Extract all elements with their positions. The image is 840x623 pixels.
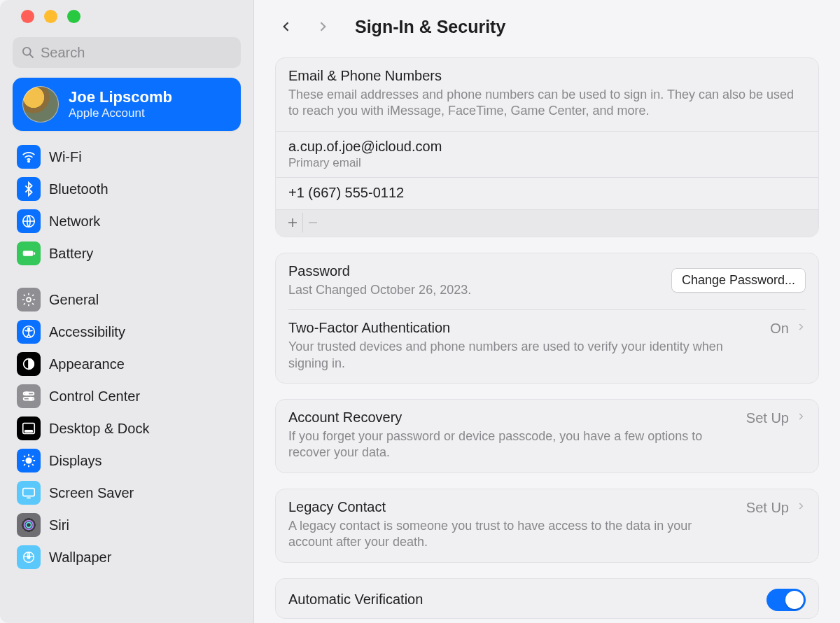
- sidebar-item-network[interactable]: Network: [13, 205, 241, 237]
- chevron-right-icon: [796, 410, 806, 427]
- sidebar-item-label: General: [49, 292, 99, 308]
- password-desc: Last Changed October 26, 2023.: [288, 282, 662, 298]
- sidebar-item-label: Screen Saver: [49, 485, 134, 501]
- add-contact-button[interactable]: [283, 213, 302, 232]
- primary-email-sublabel: Primary email: [288, 156, 806, 170]
- accessibility-icon: [17, 320, 41, 344]
- phone-value: +1 (667) 555-0112: [288, 185, 404, 200]
- siri-icon: [17, 513, 41, 537]
- sidebar-item-label: Desktop & Dock: [49, 421, 149, 437]
- svg-point-6: [27, 298, 31, 302]
- twofa-desc: Your trusted devices and phone numbers a…: [288, 339, 760, 372]
- remove-contact-button[interactable]: [302, 213, 322, 232]
- page-title: Sign-In & Security: [355, 17, 505, 37]
- close-window-button[interactable]: [21, 10, 34, 23]
- email-section-desc: These email addresses and phone numbers …: [288, 87, 806, 120]
- sidebar-item-wallpaper[interactable]: Wallpaper: [13, 541, 241, 573]
- brightness-icon: [17, 449, 41, 472]
- legacy-contact-card[interactable]: Legacy Contact A legacy contact is someo…: [275, 489, 819, 563]
- password-twofa-card: Password Last Changed October 26, 2023. …: [275, 253, 819, 384]
- account-recovery-card[interactable]: Account Recovery If you forget your pass…: [275, 399, 819, 473]
- minus-icon: [307, 216, 319, 229]
- sidebar-item-label: Siri: [49, 517, 69, 533]
- sidebar-item-label: Wi-Fi: [49, 149, 82, 165]
- zoom-window-button[interactable]: [67, 10, 80, 23]
- change-password-button[interactable]: Change Password...: [671, 268, 806, 293]
- svg-point-2: [28, 160, 29, 162]
- legacy-title: Legacy Contact: [288, 499, 736, 515]
- automatic-verification-toggle[interactable]: [766, 589, 806, 611]
- sidebar-list: Wi-Fi Bluetooth Network Battery: [0, 141, 253, 573]
- sidebar-item-siri[interactable]: Siri: [13, 509, 241, 541]
- password-title: Password: [288, 263, 662, 279]
- recovery-status: Set Up: [746, 410, 789, 426]
- legacy-status: Set Up: [746, 500, 789, 516]
- sidebar-item-screen-saver[interactable]: Screen Saver: [13, 477, 241, 509]
- twofa-status: On: [770, 321, 789, 337]
- twofa-row[interactable]: Two-Factor Authentication Your trusted d…: [276, 310, 818, 383]
- svg-point-0: [23, 48, 31, 55]
- sidebar-item-accessibility[interactable]: Accessibility: [13, 316, 241, 348]
- battery-icon: [17, 241, 41, 265]
- minimize-window-button[interactable]: [44, 10, 57, 23]
- sidebar: Joe Lipscomb Apple Account Wi-Fi Bluetoo…: [0, 0, 253, 623]
- svg-rect-5: [34, 252, 35, 255]
- sidebar-item-label: Appearance: [49, 356, 125, 372]
- twofa-title: Two-Factor Authentication: [288, 320, 760, 336]
- chevron-right-icon: [796, 499, 806, 517]
- sliders-icon: [17, 384, 41, 408]
- search-icon: [21, 45, 35, 60]
- sidebar-item-control-center[interactable]: Control Center: [13, 380, 241, 412]
- gear-icon: [17, 288, 41, 312]
- legacy-desc: A legacy contact is someone you trust to…: [288, 518, 736, 551]
- recovery-title: Account Recovery: [288, 410, 736, 426]
- recovery-desc: If you forget your password or device pa…: [288, 428, 736, 461]
- avatar: [22, 86, 59, 122]
- dock-icon: [17, 416, 41, 440]
- sidebar-item-bluetooth[interactable]: Bluetooth: [13, 173, 241, 205]
- window-controls: [0, 10, 253, 37]
- account-name: Joe Lipscomb: [69, 88, 172, 106]
- sidebar-item-label: Displays: [49, 453, 102, 469]
- svg-point-19: [26, 522, 31, 527]
- email-phone-card: Email & Phone Numbers These email addres…: [275, 57, 819, 237]
- automatic-verification-card: Automatic Verification: [275, 578, 819, 619]
- appearance-icon: [17, 352, 41, 376]
- back-button[interactable]: [276, 17, 296, 36]
- password-row: Password Last Changed October 26, 2023. …: [276, 253, 818, 309]
- sidebar-item-desktop-dock[interactable]: Desktop & Dock: [13, 412, 241, 444]
- screen-saver-icon: [17, 481, 41, 505]
- sidebar-item-label: Accessibility: [49, 324, 125, 340]
- sidebar-item-apple-account[interactable]: Joe Lipscomb Apple Account: [13, 78, 241, 131]
- sidebar-item-wifi[interactable]: Wi-Fi: [13, 141, 241, 173]
- header: Sign-In & Security: [254, 0, 840, 53]
- sidebar-item-battery[interactable]: Battery: [13, 237, 241, 270]
- bluetooth-icon: [17, 177, 41, 201]
- sidebar-item-label: Network: [49, 214, 100, 230]
- svg-point-13: [29, 398, 32, 400]
- globe-icon: [17, 209, 41, 233]
- svg-rect-4: [23, 251, 34, 255]
- sidebar-item-appearance[interactable]: Appearance: [13, 348, 241, 380]
- phone-row[interactable]: +1 (667) 555-0112: [276, 178, 818, 209]
- sidebar-item-general[interactable]: General: [13, 284, 241, 316]
- primary-email-value: a.cup.of.joe@icloud.com: [288, 139, 806, 155]
- svg-point-12: [25, 392, 28, 395]
- search-field[interactable]: [13, 37, 241, 68]
- plus-icon: [286, 216, 299, 229]
- sidebar-item-label: Bluetooth: [49, 181, 108, 197]
- sidebar-item-displays[interactable]: Displays: [13, 444, 241, 477]
- svg-point-16: [26, 458, 31, 463]
- chevron-right-icon: [796, 320, 806, 337]
- autoverify-title: Automatic Verification: [288, 592, 757, 608]
- sidebar-item-label: Battery: [49, 246, 93, 262]
- search-input[interactable]: [41, 45, 232, 61]
- svg-point-8: [28, 328, 30, 330]
- account-sublabel: Apple Account: [69, 106, 172, 120]
- primary-email-row[interactable]: a.cup.of.joe@icloud.com Primary email: [276, 132, 818, 177]
- forward-button[interactable]: [313, 17, 332, 36]
- sidebar-item-label: Wallpaper: [49, 550, 111, 566]
- svg-rect-15: [25, 430, 33, 432]
- svg-rect-17: [23, 489, 35, 496]
- wallpaper-icon: [17, 545, 41, 569]
